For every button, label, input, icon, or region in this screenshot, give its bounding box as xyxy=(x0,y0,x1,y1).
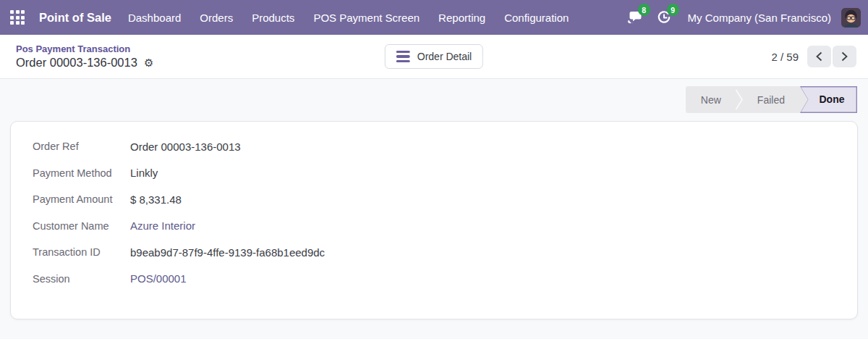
apps-menu-button[interactable] xyxy=(0,0,35,35)
activities-button[interactable]: 9 xyxy=(652,5,676,30)
systray: 8 9 My Company (San Francisco) xyxy=(623,5,868,30)
field-session: Session POS/00001 xyxy=(33,266,835,293)
customer-link[interactable]: Azure Interior xyxy=(130,219,195,232)
breadcrumb-block: Pos Payment Transaction Order 00003-136-… xyxy=(16,43,153,70)
field-customer-name: Customer Name Azure Interior xyxy=(33,213,835,240)
menu-orders[interactable]: Orders xyxy=(190,0,242,35)
chevron-left-icon xyxy=(815,51,823,62)
statusbar: New Failed Done xyxy=(686,86,857,113)
form-view: New Failed Done Order Ref Order 00003-13… xyxy=(0,79,868,319)
main-menu: Dashboard Orders Products POS Payment Sc… xyxy=(119,0,578,35)
messages-button[interactable]: 8 xyxy=(623,5,647,30)
field-value: $ 8,331.48 xyxy=(130,193,182,206)
pager: 2 / 59 xyxy=(771,46,856,67)
activities-badge: 9 xyxy=(667,4,679,16)
control-panel: Pos Payment Transaction Order 00003-136-… xyxy=(0,35,868,79)
menu-products[interactable]: Products xyxy=(242,0,304,35)
menu-configuration[interactable]: Configuration xyxy=(495,0,578,35)
stage-new[interactable]: New xyxy=(686,86,736,113)
field-value: Linkly xyxy=(130,167,158,179)
menu-dashboard[interactable]: Dashboard xyxy=(119,0,190,35)
pager-value: 2 / 59 xyxy=(771,51,799,63)
breadcrumb[interactable]: Pos Payment Transaction xyxy=(16,43,153,54)
form-sheet: Order Ref Order 00003-136-0013 Payment M… xyxy=(10,121,858,319)
gear-icon[interactable]: ⚙︎ xyxy=(144,57,153,68)
hamburger-icon xyxy=(396,51,410,62)
field-payment-method: Payment Method Linkly xyxy=(33,160,835,187)
stage-done-label: Done xyxy=(800,86,857,113)
chevron-right-icon xyxy=(841,51,848,62)
user-avatar-image xyxy=(841,8,861,28)
statusbar-row: New Failed Done xyxy=(0,79,868,113)
field-payment-amount: Payment Amount $ 8,331.48 xyxy=(33,186,835,213)
messages-badge: 8 xyxy=(638,4,650,16)
pager-next-button[interactable] xyxy=(833,46,856,67)
page-title: Order 00003-136-0013 xyxy=(16,56,137,70)
user-avatar[interactable] xyxy=(841,8,861,28)
order-detail-button[interactable]: Order Detail xyxy=(385,44,483,69)
pager-previous-button[interactable] xyxy=(807,46,831,67)
session-link[interactable]: POS/00001 xyxy=(130,272,187,285)
field-label: Payment Method xyxy=(33,167,130,179)
field-label: Order Ref xyxy=(33,141,130,152)
field-order-ref: Order Ref Order 00003-136-0013 xyxy=(33,133,835,160)
app-title[interactable]: Point of Sale xyxy=(39,11,111,25)
menu-pos-payment-screen[interactable]: POS Payment Screen xyxy=(304,0,429,35)
apps-grid-icon xyxy=(10,10,25,25)
field-value: Order 00003-136-0013 xyxy=(130,141,241,153)
field-transaction-id: Transaction ID b9eab9d7-87f9-4ffe-9139-f… xyxy=(33,239,835,266)
top-navbar: Point of Sale Dashboard Orders Products … xyxy=(0,0,868,35)
menu-reporting[interactable]: Reporting xyxy=(429,0,495,35)
field-value: b9eab9d7-87f9-4ffe-9139-fa68b1eed9dc xyxy=(130,246,325,259)
field-label: Customer Name xyxy=(33,220,130,232)
stage-failed[interactable]: Failed xyxy=(742,86,800,113)
field-label: Session xyxy=(33,273,130,285)
company-switcher[interactable]: My Company (San Francisco) xyxy=(688,12,831,24)
order-detail-label: Order Detail xyxy=(417,51,472,62)
field-label: Payment Amount xyxy=(33,193,130,205)
field-label: Transaction ID xyxy=(33,246,130,258)
stage-done[interactable]: Done xyxy=(800,86,857,113)
